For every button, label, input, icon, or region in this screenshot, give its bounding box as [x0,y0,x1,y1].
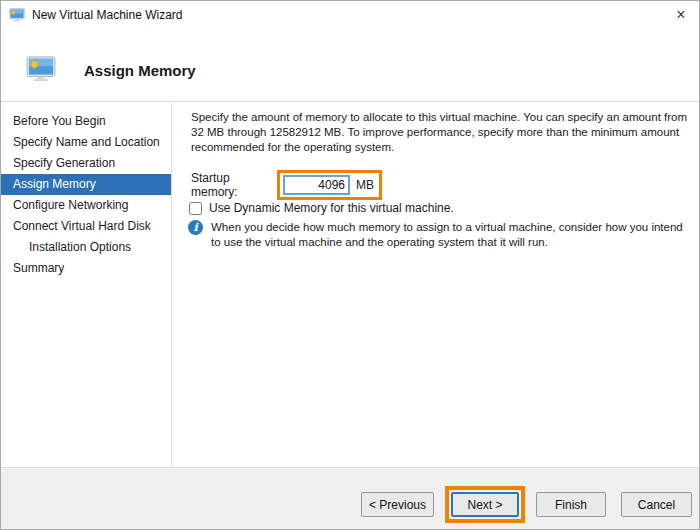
previous-button[interactable]: < Previous [361,492,434,517]
sidebar-item-before-you-begin[interactable]: Before You Begin [1,111,171,132]
dynamic-memory-checkbox[interactable] [189,202,202,215]
dynamic-memory-label: Use Dynamic Memory for this virtual mach… [209,201,454,215]
sidebar-item-specify-name-and-location[interactable]: Specify Name and Location [1,132,171,153]
wizard-steps-sidebar: Before You Begin Specify Name and Locati… [1,111,171,279]
next-button[interactable]: Next > [451,492,519,517]
assign-memory-page-icon [26,56,56,82]
sidebar-item-specify-generation[interactable]: Specify Generation [1,153,171,174]
startup-memory-label: Startup memory: [191,171,275,199]
wizard-window: New Virtual Machine Wizard × Assign Memo… [0,0,700,530]
virtual-machine-icon [9,7,25,23]
cancel-button[interactable]: Cancel [621,492,692,517]
page-title: Assign Memory [84,62,196,79]
startup-memory-highlight-box: MB [277,170,382,200]
close-icon[interactable]: × [669,3,693,27]
window-title: New Virtual Machine Wizard [32,8,183,22]
sidebar-item-summary[interactable]: Summary [1,258,171,279]
startup-memory-row: Startup memory: MB [191,170,382,200]
header-divider [1,101,700,102]
finish-button[interactable]: Finish [536,492,606,517]
sidebar-item-connect-virtual-hard-disk[interactable]: Connect Virtual Hard Disk [1,216,171,237]
sidebar-item-assign-memory[interactable]: Assign Memory [1,174,171,195]
sidebar-item-configure-networking[interactable]: Configure Networking [1,195,171,216]
info-note-text: When you decide how much memory to assig… [211,220,691,250]
startup-memory-input[interactable] [283,175,350,195]
sidebar-item-installation-options[interactable]: Installation Options [1,237,171,258]
info-note-row: i When you decide how much memory to ass… [188,220,691,250]
titlebar: New Virtual Machine Wizard × [1,1,699,29]
next-button-highlight-box: Next > [445,486,525,523]
info-icon: i [188,220,203,235]
memory-description-text: Specify the amount of memory to allocate… [191,110,693,155]
sidebar-divider [171,102,172,467]
memory-unit-label: MB [356,178,374,192]
dynamic-memory-row: Use Dynamic Memory for this virtual mach… [189,201,454,215]
